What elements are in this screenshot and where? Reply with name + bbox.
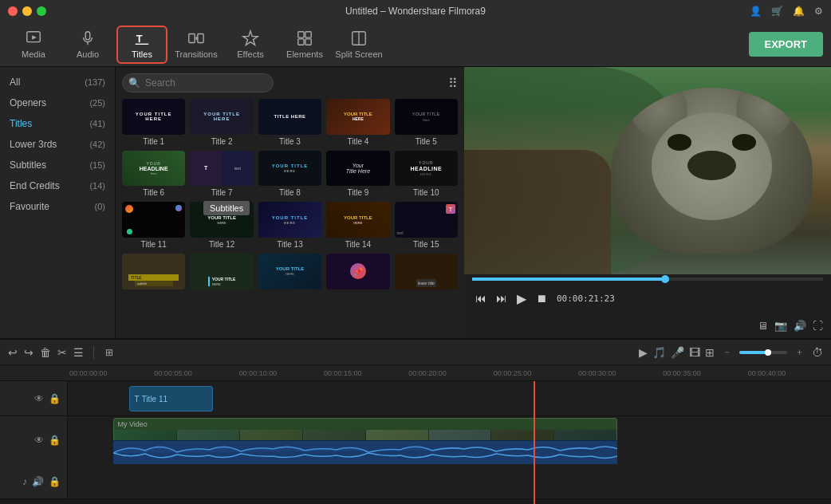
volume-icon[interactable]: 🔊 <box>794 320 806 332</box>
svg-rect-10 <box>305 39 311 45</box>
sidebar-item-favourite[interactable]: Favourite (0) <box>0 196 115 217</box>
list-item[interactable]: YOUR HEADLINE HERE Title 10 <box>395 151 458 198</box>
clock-icon[interactable]: ⏱ <box>812 346 823 359</box>
sidebar-item-endcredits-label: End Credits <box>10 180 60 191</box>
title-track-controls: 👁 🔒 <box>0 381 68 415</box>
progress-bar[interactable] <box>472 278 823 281</box>
sidebar-item-subtitles[interactable]: Subtitles (15) <box>0 155 115 175</box>
monitor-icon[interactable]: 🖥 <box>758 320 768 332</box>
list-item[interactable]: YOUR TITLEHERE <box>258 254 321 292</box>
track-visibility-icon[interactable]: 👁 <box>34 393 44 404</box>
close-button[interactable] <box>8 6 18 16</box>
list-item[interactable]: YOUR TITLEHERE Title 2 <box>190 99 253 146</box>
list-icon[interactable]: ☰ <box>73 346 84 359</box>
titlebar-icons: 👤 🛒 🔔 ⚙ <box>750 6 823 17</box>
title-label: Title 1 <box>143 137 164 146</box>
audio-volume-icon[interactable]: 🔊 <box>32 476 44 487</box>
progress-bar-container[interactable] <box>464 274 831 284</box>
zoom-slider[interactable] <box>739 351 787 354</box>
toolbar-titles[interactable]: T Titles <box>116 26 167 64</box>
sidebar-item-endcredits[interactable]: End Credits (14) <box>0 175 115 196</box>
toolbar-audio[interactable]: Audio <box>62 26 113 64</box>
mic-icon[interactable]: 🎤 <box>671 346 684 359</box>
cut-button[interactable]: ✂ <box>57 346 67 359</box>
add-track-button[interactable]: ⊞ <box>105 347 113 358</box>
audio-track-content[interactable] <box>68 464 831 498</box>
title-clip[interactable]: T Title 11 <box>129 386 213 411</box>
list-item[interactable]: Your Title Here Title 5 <box>395 99 458 146</box>
list-item[interactable]: YOUR TITLEHERE Title 14 <box>326 202 389 249</box>
sidebar-item-favourite-label: Favourite <box>10 201 49 212</box>
redo-button[interactable]: ↪ <box>24 346 33 359</box>
playback-icon[interactable]: ▶ <box>639 346 648 359</box>
list-item[interactable]: TITLE HERE Title 3 <box>258 99 321 146</box>
list-item[interactable]: Title 11 <box>122 202 185 249</box>
list-item[interactable]: YOUR TITLEHERE Title 8 <box>258 151 321 198</box>
preview-area: ⏮ ⏭ ▶ ⏹ 00:00:21:23 🖥 📷 🔊 ⛶ <box>464 67 831 338</box>
plus-zoom[interactable]: ＋ <box>795 346 804 358</box>
maximize-button[interactable] <box>37 6 46 16</box>
export-button[interactable]: EXPORT <box>749 32 823 57</box>
progress-knob[interactable] <box>661 275 669 283</box>
cart-icon[interactable]: 🛒 <box>771 6 783 17</box>
delete-button[interactable]: 🗑 <box>40 346 51 359</box>
film-icon[interactable]: 🎞 <box>689 346 700 359</box>
sidebar-item-titles[interactable]: Titles (41) <box>0 113 115 134</box>
rewind-button[interactable]: ⏮ <box>472 290 490 306</box>
title-label: Title 14 <box>345 240 371 249</box>
minimize-button[interactable] <box>22 6 32 16</box>
list-item[interactable]: YOUR TITLEHERE Title 1 <box>122 99 185 146</box>
track-visibility-icon2[interactable]: 👁 <box>34 435 44 446</box>
list-item[interactable]: YOUR HEADLINE here Title 6 <box>122 151 185 198</box>
sidebar-item-openers[interactable]: Openers (25) <box>0 93 115 113</box>
grid-icon[interactable]: ⊞ <box>705 346 715 359</box>
account-icon[interactable]: 👤 <box>750 6 762 17</box>
track-icon[interactable]: 🎵 <box>652 346 666 359</box>
list-item[interactable]: 📌 <box>326 254 389 292</box>
step-back-button[interactable]: ⏭ <box>493 290 510 306</box>
audio-track-icon[interactable]: ♪ <box>22 476 27 487</box>
sidebar-item-openers-count: (25) <box>89 98 105 108</box>
toolbar-media[interactable]: Media <box>8 26 59 64</box>
search-input[interactable] <box>122 73 274 93</box>
list-item[interactable]: YourTitle Here Title 9 <box>326 151 389 198</box>
list-item[interactable]: TITLE subtitle <box>122 254 185 292</box>
fullscreen-icon[interactable]: ⛶ <box>813 320 823 332</box>
minus-zoom[interactable]: － <box>723 346 731 358</box>
grid-view-icon[interactable]: ⠿ <box>448 76 458 91</box>
video-track-controls: 👁 🔒 <box>0 416 68 464</box>
track-lock-icon2[interactable]: 🔒 <box>49 435 61 446</box>
sidebar-item-all-label: All <box>10 77 20 88</box>
track-lock-icon[interactable]: 🔒 <box>49 393 61 404</box>
sidebar-item-all[interactable]: All (137) <box>0 72 115 93</box>
list-item[interactable]: YOUR TITLEHERE <box>190 254 253 292</box>
settings-icon[interactable]: ⚙ <box>814 6 823 17</box>
list-item[interactable]: T text Title 7 <box>190 151 253 198</box>
toolbar-splitscreen[interactable]: Split Screen <box>333 26 384 64</box>
list-item[interactable]: lower title <box>395 254 458 292</box>
svg-rect-5 <box>189 34 195 43</box>
ruler-mark: 00:00:40:00 <box>746 369 831 377</box>
sidebar-item-lower3rds[interactable]: Lower 3rds (42) <box>0 134 115 155</box>
list-item[interactable]: YOUR TITLEHERE Title 13 <box>258 202 321 249</box>
list-item[interactable]: T text Title 15 <box>395 202 458 249</box>
toolbar-transitions[interactable]: Transitions <box>171 26 222 64</box>
toolbar-elements[interactable]: Elements <box>279 26 330 64</box>
toolbar-audio-label: Audio <box>77 49 99 59</box>
bell-icon[interactable]: 🔔 <box>793 6 805 17</box>
window-controls[interactable] <box>8 6 46 16</box>
toolbar-effects-label: Effects <box>237 49 263 59</box>
audio-lock-icon[interactable]: 🔒 <box>49 476 61 487</box>
titles-grid: YOUR TITLEHERE Title 1 YOUR TITLEHERE Ti… <box>122 99 458 292</box>
video-track-content[interactable]: My Video <box>68 416 831 464</box>
play-button[interactable]: ▶ <box>514 289 530 308</box>
timeline-tracks: 👁 🔒 T Title 11 👁 🔒 My Video <box>0 381 831 504</box>
undo-button[interactable]: ↩ <box>8 346 18 359</box>
title-track-content[interactable]: T Title 11 <box>68 381 831 415</box>
camera-icon[interactable]: 📷 <box>774 320 787 332</box>
toolbar-effects[interactable]: Effects <box>225 26 276 64</box>
playhead[interactable] <box>534 381 535 504</box>
stop-button[interactable]: ⏹ <box>533 290 550 306</box>
list-item[interactable]: YOUR TITLEHERE Title 4 <box>326 99 389 146</box>
sidebar-item-openers-label: Openers <box>10 97 46 108</box>
